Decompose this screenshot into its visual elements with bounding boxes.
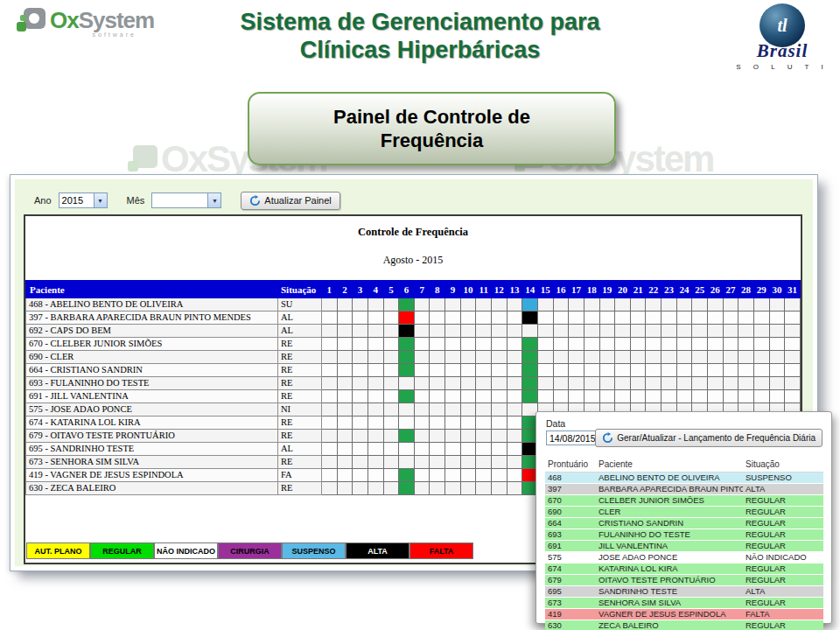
- day-cell: [399, 338, 415, 351]
- day-cell: [353, 364, 368, 377]
- day-cell: [708, 390, 724, 403]
- brasil-soluti-label: S O L U T I: [732, 63, 833, 71]
- overlay-row[interactable]: 690CLERREGULAR: [545, 506, 823, 517]
- table-row: 397 - BARBARA APARECIDA BRAUN PINTO MEND…: [26, 312, 801, 325]
- day-cell: [353, 377, 368, 390]
- day-col-header: 3: [353, 281, 368, 298]
- status-cell: RE: [278, 416, 322, 430]
- day-cell: [584, 312, 599, 325]
- patient-cell: 690 - CLER: [26, 351, 278, 364]
- day-cell: [507, 298, 522, 312]
- day-cell: [537, 377, 553, 390]
- overlay-cell-prontuario: 693: [545, 528, 596, 540]
- ano-label: Ano: [34, 195, 52, 206]
- overlay-row[interactable]: 664CRISTIANO SANDRINREGULAR: [545, 517, 823, 528]
- day-cell: [584, 338, 599, 351]
- col-header-paciente: Paciente: [26, 281, 278, 298]
- day-cell: [383, 416, 399, 430]
- overlay-row[interactable]: 630ZECA BALEIROREGULAR: [545, 620, 823, 630]
- day-cell: [399, 456, 415, 469]
- overlay-row[interactable]: 468ABELINO BENTO DE OLIVEIRASUSPENSO: [545, 472, 823, 483]
- day-col-header: 22: [646, 281, 662, 298]
- day-cell: [368, 364, 383, 377]
- day-cell: [476, 377, 492, 390]
- overlay-cell-paciente: VAGNER DE JESUS ESPINDOLA: [596, 608, 743, 620]
- day-cell: [383, 430, 399, 443]
- day-cell: [383, 482, 399, 495]
- day-cell: [445, 298, 461, 312]
- day-cell: [414, 351, 430, 364]
- day-cell: [692, 298, 708, 312]
- day-cell: [460, 325, 476, 338]
- day-cell: [322, 430, 338, 443]
- day-cell: [692, 351, 708, 364]
- day-cell: [337, 338, 353, 351]
- mes-select[interactable]: ▼: [151, 192, 221, 208]
- day-col-header: 21: [630, 281, 646, 298]
- overlay-row[interactable]: 397BARBARA APARECIDA BRAUN PINTO MENDESA…: [545, 483, 823, 494]
- status-cell: RE: [278, 390, 322, 403]
- overlay-row[interactable]: 575JOSE ADAO PONCENÃO INDICADO: [545, 551, 823, 563]
- day-cell: [383, 338, 399, 351]
- day-cell: [445, 456, 461, 469]
- day-cell: [507, 325, 522, 338]
- day-cell: [692, 364, 708, 377]
- atualizar-painel-label: Atualizar Painel: [264, 195, 331, 206]
- overlay-row[interactable]: 691JILL VANLENTINAREGULAR: [545, 540, 823, 551]
- overlay-row[interactable]: 673SENHORA SIM SILVAREGULAR: [545, 597, 823, 608]
- day-cell: [322, 364, 338, 377]
- day-cell: [322, 456, 338, 469]
- chevron-down-icon[interactable]: ▼: [94, 193, 107, 207]
- overlay-header-row: Prontuário Paciente Situação: [545, 458, 823, 472]
- day-cell: [569, 338, 584, 351]
- day-cell: [507, 390, 522, 403]
- overlay-row[interactable]: 419VAGNER DE JESUS ESPINDOLAFALTA: [545, 608, 823, 620]
- day-cell: [630, 298, 646, 312]
- day-col-header: 25: [692, 281, 708, 298]
- day-cell: [723, 390, 738, 403]
- overlay-cell-situacao: NÃO INDICADO: [743, 551, 823, 563]
- day-cell: [476, 312, 492, 325]
- day-cell: [676, 377, 692, 390]
- day-cell: [615, 325, 631, 338]
- day-cell: [492, 377, 508, 390]
- gerar-atualizar-button[interactable]: Gerar/Atualizar - Lançamento de Frequênc…: [595, 429, 822, 447]
- day-cell: [337, 298, 353, 312]
- day-cell: [337, 390, 353, 403]
- day-cell: [553, 377, 569, 390]
- day-cell: [738, 377, 754, 390]
- legend-item: CIRURGIA: [218, 542, 282, 559]
- day-cell: [430, 443, 445, 456]
- overlay-cell-paciente: JILL VANLENTINA: [596, 540, 743, 551]
- overlay-row[interactable]: 670CLELBER JUNIOR SIMÕESREGULAR: [545, 494, 823, 506]
- day-cell: [399, 430, 415, 443]
- status-cell: RE: [278, 351, 322, 364]
- day-cell: [337, 482, 353, 495]
- day-cell: [476, 456, 492, 469]
- legend-row: AUT. PLANOREGULARNÃO INDICADOCIRURGIASUS…: [26, 542, 473, 559]
- mes-label: Mês: [127, 195, 145, 206]
- day-cell: [769, 390, 785, 403]
- chevron-down-icon[interactable]: ▼: [207, 193, 220, 207]
- day-cell: [785, 364, 801, 377]
- overlay-row[interactable]: 674KATARINA LOL KIRAREGULAR: [545, 563, 823, 574]
- day-cell: [492, 430, 508, 443]
- toolbar: Ano 2015 ▼ Mês ▼ Atualizar Painel: [15, 179, 813, 213]
- day-cell: [537, 325, 553, 338]
- legend-item: ALTA: [346, 542, 410, 559]
- atualizar-painel-button[interactable]: Atualizar Painel: [241, 192, 340, 210]
- day-cell: [569, 298, 584, 312]
- day-cell: [476, 338, 492, 351]
- overlay-row[interactable]: 679OITAVO TESTE PRONTUÁRIOREGULAR: [545, 574, 823, 585]
- overlay-row[interactable]: 693FULANINHO DO TESTEREGULAR: [545, 528, 823, 540]
- day-cell: [322, 312, 338, 325]
- ano-select[interactable]: 2015 ▼: [59, 192, 108, 208]
- day-cell: [753, 338, 769, 351]
- day-cell: [445, 364, 461, 377]
- day-cell: [599, 312, 615, 325]
- overlay-row[interactable]: 695SANDRINHO TESTEALTA: [545, 585, 823, 597]
- overlay-cell-prontuario: 468: [545, 472, 596, 483]
- patient-cell: 679 - OITAVO TESTE PRONTUÁRIO: [26, 430, 278, 443]
- watermark-icon: [133, 145, 158, 168]
- day-cell: [537, 312, 553, 325]
